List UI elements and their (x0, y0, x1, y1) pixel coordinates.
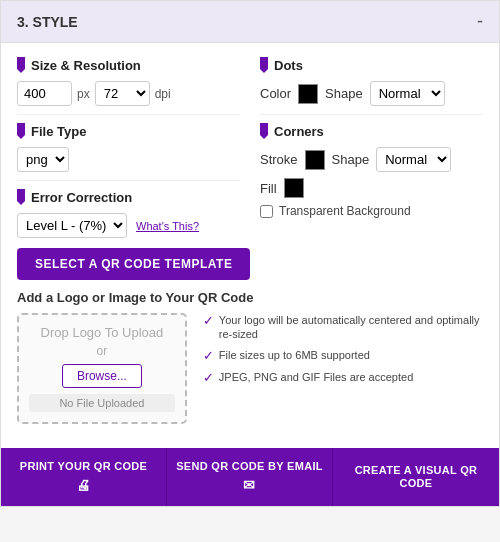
corners-shape-select[interactable]: Normal Rounded Dots (376, 147, 451, 172)
transparent-checkbox[interactable] (260, 205, 273, 218)
corners-stroke-swatch[interactable] (305, 150, 325, 170)
logo-info-item-2: ✓ File sizes up to 6MB supported (203, 348, 483, 365)
panel-title: 3. STYLE (17, 14, 78, 30)
corners-fill-label: Fill (260, 181, 277, 196)
dpi-unit: dpi (155, 87, 171, 101)
or-text: or (97, 344, 108, 358)
error-correction-row: Level L - (7%) Level M - (15%) Level Q -… (17, 213, 240, 238)
visual-label: CREATE A VISUAL QR CODE (339, 464, 493, 490)
corners-label: Corners (260, 123, 483, 139)
file-type-flag-icon (17, 123, 25, 139)
logo-info-item-1: ✓ Your logo will be automatically center… (203, 313, 483, 342)
size-flag-icon (17, 57, 25, 73)
left-col: Size & Resolution px 72 96 150 300 dpi (17, 57, 240, 238)
add-logo-title: Add a Logo or Image to Your QR Code (17, 290, 483, 305)
dpi-select[interactable]: 72 96 150 300 (95, 81, 150, 106)
file-type-row: png jpg svg (17, 147, 240, 172)
whats-this-link[interactable]: What's This? (136, 220, 199, 232)
collapse-button[interactable]: - (477, 11, 483, 32)
email-button[interactable]: SEND QR CODE BY EMAIL ✉ (167, 448, 333, 506)
corners-stroke-row: Stroke Shape Normal Rounded Dots (260, 147, 483, 172)
logo-info-item-3: ✓ JPEG, PNG and GIF Files are accepted (203, 370, 483, 387)
px-input[interactable] (17, 81, 72, 106)
upload-box: Drop Logo To Upload or Browse... No File… (17, 313, 187, 424)
dots-shape-select[interactable]: Normal Rounded Dots Classy Extra-Rounded (370, 81, 445, 106)
corners-stroke-label: Stroke (260, 152, 298, 167)
right-col: Dots Color Shape Normal Rounded Dots Cla… (260, 57, 483, 238)
dots-color-swatch[interactable] (298, 84, 318, 104)
file-type-label: File Type (17, 123, 240, 139)
panel-header: 3. STYLE - (1, 1, 499, 43)
check-icon-3: ✓ (203, 370, 214, 387)
drop-text: Drop Logo To Upload (41, 325, 164, 340)
browse-button[interactable]: Browse... (62, 364, 142, 388)
bottom-bar: PRINT YOUR QR CODE 🖨 SEND QR CODE BY EMA… (1, 448, 499, 506)
size-inputs: px 72 96 150 300 dpi (17, 81, 240, 106)
corners-shape-label: Shape (332, 152, 370, 167)
dots-shape-label: Shape (325, 86, 363, 101)
corners-flag-icon (260, 123, 268, 139)
corners-fill-row: Fill (260, 178, 483, 198)
no-file-label: No File Uploaded (29, 394, 175, 412)
add-logo-section: Add a Logo or Image to Your QR Code Drop… (17, 290, 483, 424)
email-label: SEND QR CODE BY EMAIL (176, 460, 323, 473)
email-icon: ✉ (243, 477, 255, 494)
check-icon-1: ✓ (203, 313, 214, 330)
style-panel: 3. STYLE - Size & Resolution px 72 96 15… (0, 0, 500, 507)
px-unit: px (77, 87, 90, 101)
file-type-select[interactable]: png jpg svg (17, 147, 69, 172)
error-correction-select[interactable]: Level L - (7%) Level M - (15%) Level Q -… (17, 213, 127, 238)
size-resolution-label: Size & Resolution (17, 57, 240, 73)
error-correction-label: Error Correction (17, 189, 240, 205)
visual-button[interactable]: CREATE A VISUAL QR CODE (333, 448, 499, 506)
print-label: PRINT YOUR QR CODE (20, 460, 147, 473)
dots-label: Dots (260, 57, 483, 73)
add-logo-layout: Drop Logo To Upload or Browse... No File… (17, 313, 483, 424)
logo-info-list: ✓ Your logo will be automatically center… (203, 313, 483, 393)
dots-color-label: Color (260, 86, 291, 101)
print-button[interactable]: PRINT YOUR QR CODE 🖨 (1, 448, 167, 506)
error-flag-icon (17, 189, 25, 205)
template-button[interactable]: SELECT A QR CODE TEMPLATE (17, 248, 250, 280)
dots-row: Color Shape Normal Rounded Dots Classy E… (260, 81, 483, 106)
transparent-row: Transparent Background (260, 204, 483, 218)
main-two-col: Size & Resolution px 72 96 150 300 dpi (17, 57, 483, 238)
dots-flag-icon (260, 57, 268, 73)
panel-body: Size & Resolution px 72 96 150 300 dpi (1, 43, 499, 438)
transparent-label: Transparent Background (279, 204, 411, 218)
print-icon: 🖨 (76, 477, 90, 494)
corners-fill-swatch[interactable] (284, 178, 304, 198)
check-icon-2: ✓ (203, 348, 214, 365)
